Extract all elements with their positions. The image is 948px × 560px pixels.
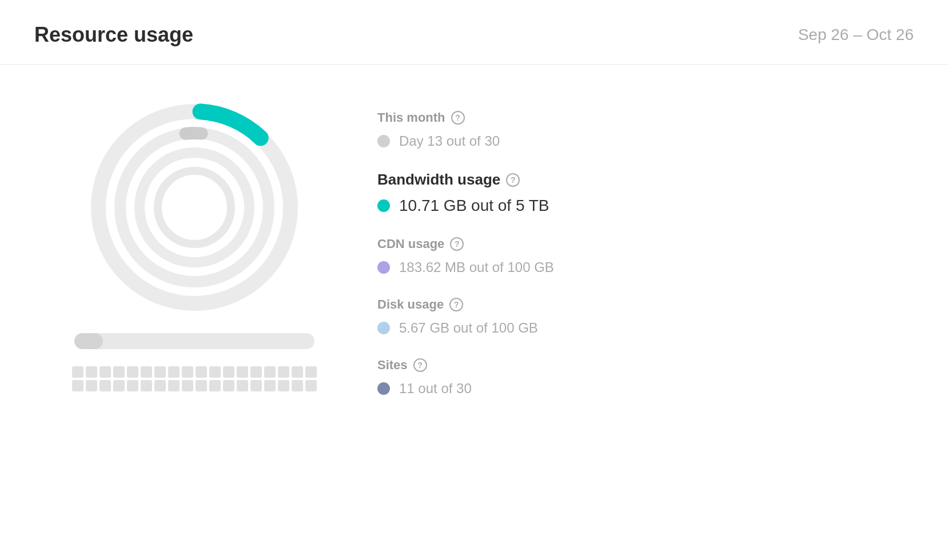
grid-cell — [113, 366, 125, 378]
bandwidth-dot — [377, 199, 390, 212]
cdn-dot — [377, 261, 390, 274]
main-content: This month ? Day 13 out of 30 Bandwidth … — [0, 65, 948, 453]
grid-cell — [223, 366, 234, 378]
bandwidth-title: Bandwidth usage ? — [377, 171, 914, 189]
grid-cell — [278, 380, 289, 391]
cdn-value: 183.62 MB out of 100 GB — [377, 259, 914, 275]
svg-point-5 — [158, 171, 231, 244]
grid-cell — [237, 366, 248, 378]
this-month-label: This month — [377, 110, 445, 125]
cdn-text: 183.62 MB out of 100 GB — [399, 259, 554, 275]
grid-cell — [292, 380, 303, 391]
date-range: Sep 26 – Oct 26 — [798, 26, 914, 44]
grid-cell — [305, 366, 317, 378]
sites-help-icon[interactable]: ? — [413, 358, 427, 372]
grid-cell — [305, 380, 317, 391]
cdn-help-icon[interactable]: ? — [450, 237, 464, 251]
grid-cell — [278, 366, 289, 378]
this-month-title: This month ? — [377, 110, 914, 125]
sites-text: 11 out of 30 — [399, 381, 472, 397]
this-month-help-icon[interactable]: ? — [451, 111, 465, 125]
grid-cell — [168, 380, 180, 391]
grid-cell — [86, 380, 97, 391]
bandwidth-text: 10.71 GB out of 5 TB — [399, 197, 549, 215]
bandwidth-label: Bandwidth usage — [377, 171, 500, 189]
cdn-section: CDN usage ? 183.62 MB out of 100 GB — [377, 237, 914, 275]
donut-chart — [86, 99, 303, 316]
grid-cell — [250, 366, 262, 378]
disk-title: Disk usage ? — [377, 297, 914, 312]
grid-cell — [264, 366, 276, 378]
grid-cell — [141, 380, 152, 391]
this-month-section: This month ? Day 13 out of 30 — [377, 110, 914, 149]
this-month-dot — [377, 135, 390, 147]
grid-cell — [250, 380, 262, 391]
disk-label: Disk usage — [377, 297, 444, 312]
page-header: Resource usage Sep 26 – Oct 26 — [0, 0, 948, 65]
sites-value: 11 out of 30 — [377, 381, 914, 397]
grid-cell — [237, 380, 248, 391]
bandwidth-section: Bandwidth usage ? 10.71 GB out of 5 TB — [377, 171, 914, 215]
cdn-label: CDN usage — [377, 237, 444, 251]
sites-title: Sites ? — [377, 358, 914, 373]
donut-svg — [86, 99, 303, 316]
grid-cell — [127, 380, 138, 391]
page-title: Resource usage — [34, 23, 193, 47]
bandwidth-value: 10.71 GB out of 5 TB — [377, 197, 914, 215]
grid-cell — [223, 380, 234, 391]
grid-cell — [86, 366, 97, 378]
stats-area: This month ? Day 13 out of 30 Bandwidth … — [377, 99, 914, 418]
grid-cell — [196, 366, 207, 378]
progress-bar-fill — [74, 333, 103, 349]
this-month-text: Day 13 out of 30 — [399, 133, 500, 149]
grid-cell — [292, 366, 303, 378]
grid-cell — [99, 380, 111, 391]
grid-placeholder — [72, 366, 317, 391]
cdn-title: CDN usage ? — [377, 237, 914, 251]
grid-cell — [209, 380, 221, 391]
grid-cell — [72, 380, 83, 391]
grid-cell — [113, 380, 125, 391]
disk-help-icon[interactable]: ? — [449, 298, 463, 311]
grid-cell — [182, 366, 193, 378]
disk-value: 5.67 GB out of 100 GB — [377, 320, 914, 336]
grid-cell — [182, 380, 193, 391]
grid-cell — [209, 366, 221, 378]
this-month-value: Day 13 out of 30 — [377, 133, 914, 149]
disk-text: 5.67 GB out of 100 GB — [399, 320, 538, 336]
grid-cell — [127, 366, 138, 378]
grid-cell — [154, 366, 166, 378]
grid-cell — [168, 366, 180, 378]
sites-dot — [377, 382, 390, 395]
disk-section: Disk usage ? 5.67 GB out of 100 GB — [377, 297, 914, 336]
disk-dot — [377, 322, 390, 334]
sites-section: Sites ? 11 out of 30 — [377, 358, 914, 397]
bandwidth-help-icon[interactable]: ? — [506, 173, 520, 187]
grid-cell — [264, 380, 276, 391]
progress-bar — [74, 333, 314, 349]
grid-cell — [99, 366, 111, 378]
grid-cell — [154, 380, 166, 391]
chart-area — [57, 99, 332, 391]
grid-cell — [196, 380, 207, 391]
grid-cell — [72, 366, 83, 378]
sites-label: Sites — [377, 358, 408, 373]
grid-cell — [141, 366, 152, 378]
